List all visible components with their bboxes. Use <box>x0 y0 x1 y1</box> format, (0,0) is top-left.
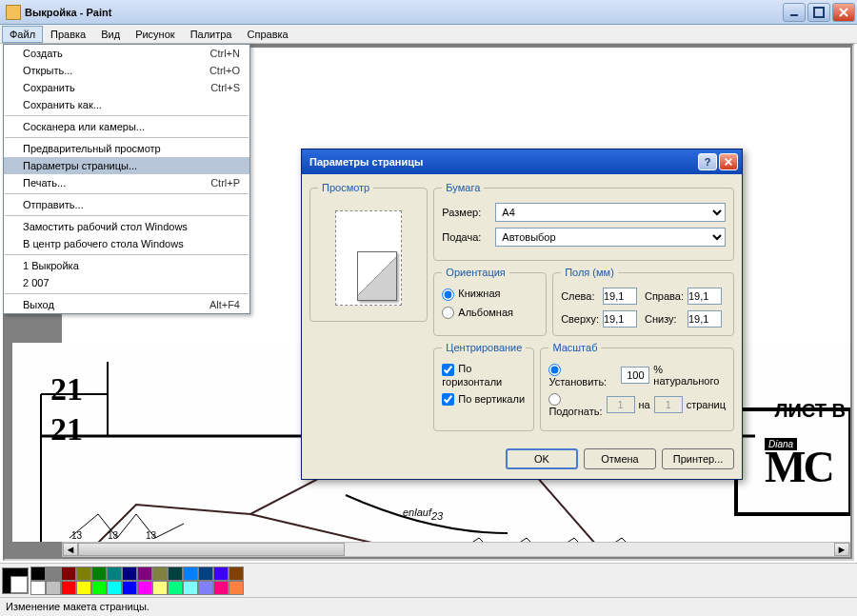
menu-print[interactable]: Печать...Ctrl+P <box>4 174 249 191</box>
margin-top-input[interactable] <box>603 310 637 328</box>
scale-fit-radio[interactable]: Подогнать: <box>548 393 602 418</box>
menu-recent-2[interactable]: 2 007 <box>4 274 249 291</box>
svg-rect-0 <box>790 14 798 16</box>
scale-percent-input[interactable] <box>621 367 649 384</box>
minimize-button[interactable] <box>783 3 806 22</box>
dialog-titlebar[interactable]: Параметры страницы ? <box>302 149 742 174</box>
menu-new[interactable]: СоздатьCtrl+N <box>4 45 249 62</box>
color-swatch[interactable] <box>61 581 76 595</box>
color-swatch[interactable] <box>107 566 122 581</box>
curve-label: enlauf23 <box>403 505 443 522</box>
menu-save-as[interactable]: Сохранить как... <box>4 96 249 113</box>
color-swatch[interactable] <box>198 566 213 581</box>
small-num: 13 <box>146 530 156 541</box>
scroll-track[interactable] <box>78 543 834 556</box>
dialog-title: Параметры страницы <box>306 156 696 168</box>
color-swatch[interactable] <box>229 566 244 581</box>
margin-left-input[interactable] <box>603 288 637 305</box>
menu-save[interactable]: СохранитьCtrl+S <box>4 79 249 96</box>
color-swatch[interactable] <box>152 566 168 581</box>
color-swatch[interactable] <box>183 581 198 595</box>
svg-rect-1 <box>814 8 824 17</box>
color-palette <box>0 563 857 597</box>
color-swatch[interactable] <box>183 566 198 581</box>
color-swatch[interactable] <box>152 581 168 595</box>
color-swatch[interactable] <box>168 566 183 581</box>
color-swatch[interactable] <box>91 566 107 581</box>
color-indicator[interactable] <box>2 567 29 594</box>
menu-separator <box>5 293 249 294</box>
printer-button[interactable]: Принтер... <box>662 448 734 469</box>
color-swatch[interactable] <box>213 566 229 581</box>
menu-separator <box>5 193 249 194</box>
menu-separator <box>5 137 249 138</box>
color-swatch[interactable] <box>229 581 244 595</box>
orientation-group: Ориентация Книжная Альбомная <box>433 267 547 336</box>
color-swatch[interactable] <box>122 581 137 595</box>
color-swatch[interactable] <box>91 581 107 595</box>
menu-edit[interactable]: Правка <box>43 26 93 43</box>
menu-open[interactable]: Открыть...Ctrl+O <box>4 62 249 79</box>
color-swatch[interactable] <box>76 581 91 595</box>
scale-set-radio[interactable]: Установить: <box>548 363 617 387</box>
paper-size-select[interactable]: A4 <box>495 203 726 222</box>
maximize-button[interactable] <box>807 3 830 22</box>
color-swatch[interactable] <box>46 581 61 595</box>
margin-left-label: Слева: <box>561 290 599 302</box>
scroll-left-button[interactable]: ◄ <box>63 543 78 556</box>
menu-send[interactable]: Отправить... <box>4 196 249 213</box>
horizontal-scrollbar[interactable]: ◄ ► <box>62 542 850 557</box>
menu-center-desktop[interactable]: В центр рабочего стола Windows <box>4 235 249 252</box>
scroll-right-button[interactable]: ► <box>834 543 849 556</box>
menu-recent-1[interactable]: 1 Выкройка <box>4 257 249 274</box>
dialog-help-button[interactable]: ? <box>698 153 717 170</box>
landscape-radio[interactable]: Альбомная <box>442 307 513 320</box>
menu-separator <box>5 215 249 216</box>
menu-file[interactable]: Файл <box>2 26 43 43</box>
color-swatch[interactable] <box>107 581 122 595</box>
menu-tile-desktop[interactable]: Замостить рабочий стол Windows <box>4 218 249 235</box>
scale-legend: Масштаб <box>548 342 601 353</box>
color-swatch[interactable] <box>46 566 61 581</box>
color-swatch[interactable] <box>30 581 46 595</box>
center-vert-checkbox[interactable]: По вертикали <box>442 393 525 407</box>
color-swatch[interactable] <box>76 566 91 581</box>
menu-view[interactable]: Вид <box>93 26 128 43</box>
center-horiz-checkbox[interactable]: По горизонтали <box>442 363 526 387</box>
paper-source-select[interactable]: Автовыбор <box>495 228 726 247</box>
dialog-close-button[interactable] <box>719 153 738 170</box>
centering-group: Центрирование По горизонтали По вертикал… <box>433 342 534 431</box>
color-swatch[interactable] <box>30 566 46 581</box>
color-swatch[interactable] <box>122 566 137 581</box>
menu-page-setup[interactable]: Параметры страницы... <box>4 157 249 174</box>
scroll-thumb[interactable] <box>78 543 345 556</box>
small-num: 13 <box>71 530 82 541</box>
color-swatch[interactable] <box>213 581 229 595</box>
menu-from-scanner[interactable]: Сосканера или камеры... <box>4 118 249 135</box>
margins-group: Поля (мм) Слева: Справа: Сверху: Снизу: <box>552 267 734 336</box>
sheet-label: ЛИСТ В <box>774 400 846 422</box>
color-swatch[interactable] <box>137 566 152 581</box>
menu-exit[interactable]: ВыходAlt+F4 <box>4 296 249 313</box>
close-button[interactable] <box>832 3 855 22</box>
preview-legend: Просмотр <box>318 182 373 193</box>
margin-bottom-input[interactable] <box>688 310 722 328</box>
menu-image[interactable]: Рисунок <box>128 26 183 43</box>
menu-colors[interactable]: Палитра <box>183 26 240 43</box>
menu-help[interactable]: Справка <box>240 26 296 43</box>
cancel-button[interactable]: Отмена <box>584 448 656 469</box>
menu-separator <box>5 115 249 116</box>
margins-legend: Поля (мм) <box>561 267 618 278</box>
menu-print-preview[interactable]: Предварительный просмотр <box>4 140 249 157</box>
fit-suffix: страниц <box>687 399 726 410</box>
margin-right-input[interactable] <box>688 288 722 305</box>
ok-button[interactable]: OK <box>506 448 578 469</box>
margin-top-label: Сверху: <box>561 313 599 325</box>
menubar: Файл Правка Вид Рисунок Палитра Справка <box>0 25 857 44</box>
color-swatch[interactable] <box>198 581 213 595</box>
color-swatch[interactable] <box>168 581 183 595</box>
status-bar: Изменение макета страницы. <box>0 597 857 616</box>
color-swatch[interactable] <box>137 581 152 595</box>
color-swatch[interactable] <box>61 566 76 581</box>
portrait-radio[interactable]: Книжная <box>442 288 500 301</box>
